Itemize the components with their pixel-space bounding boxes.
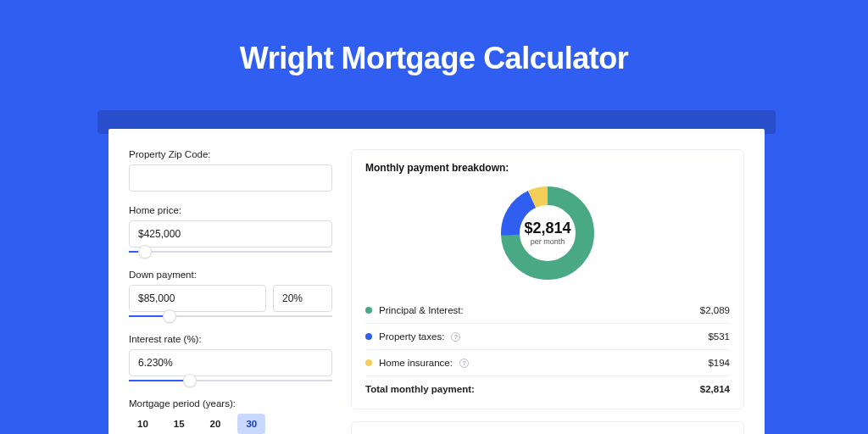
- home-price-label: Home price:: [129, 205, 332, 215]
- period-button-15[interactable]: 15: [165, 414, 193, 434]
- page-title: Wright Mortgage Calculator: [0, 41, 868, 76]
- period-group: Mortgage period (years): 10152030: [129, 398, 332, 434]
- info-icon[interactable]: ?: [451, 332, 460, 342]
- donut-chart: $2,814 per month: [365, 182, 730, 284]
- donut-center-amount: $2,814: [524, 220, 570, 236]
- down-payment-pct-input[interactable]: [273, 285, 332, 312]
- slider-track: [129, 251, 332, 253]
- form-panel: Property Zip Code: Home price: Down paym…: [129, 149, 332, 434]
- breakdown-title: Monthly payment breakdown:: [365, 162, 730, 174]
- interest-slider[interactable]: [129, 376, 332, 385]
- zip-label: Property Zip Code:: [129, 149, 332, 159]
- period-label: Mortgage period (years):: [129, 398, 332, 409]
- zip-input[interactable]: [129, 164, 332, 192]
- total-value: $2,814: [700, 384, 730, 394]
- down-payment-group: Down payment:: [129, 270, 332, 320]
- legend-label: Property taxes:: [379, 331, 444, 342]
- donut-center-sub: per month: [531, 237, 565, 246]
- slider-thumb[interactable]: [138, 245, 152, 259]
- total-label: Total monthly payment:: [365, 384, 475, 394]
- slider-thumb[interactable]: [183, 374, 197, 387]
- amortization-panel: Amortization for mortgage loan Amortizat…: [351, 421, 744, 434]
- legend-label: Principal & Interest:: [379, 305, 464, 315]
- interest-input[interactable]: [129, 349, 332, 376]
- legend-label: Home insurance:: [379, 358, 453, 368]
- down-payment-label: Down payment:: [129, 270, 332, 280]
- legend-dot: [365, 307, 372, 314]
- calculator-card: Property Zip Code: Home price: Down paym…: [108, 129, 765, 434]
- period-button-30[interactable]: 30: [237, 414, 265, 434]
- breakdown-panel: Monthly payment breakdown: $2,814 per mo…: [351, 149, 744, 409]
- interest-group: Interest rate (%):: [129, 334, 332, 385]
- down-payment-input[interactable]: [129, 285, 266, 312]
- legend-value: $2,089: [700, 305, 730, 315]
- period-button-row: 10152030: [129, 414, 332, 434]
- down-payment-slider[interactable]: [129, 312, 332, 320]
- interest-label: Interest rate (%):: [129, 334, 332, 344]
- legend-total-row: Total monthly payment: $2,814: [365, 376, 730, 402]
- legend-dot: [365, 333, 372, 340]
- home-price-group: Home price:: [129, 205, 332, 256]
- home-price-input[interactable]: [129, 220, 332, 248]
- period-button-10[interactable]: 10: [129, 414, 157, 434]
- slider-fill: [129, 380, 190, 381]
- legend-dot: [365, 359, 372, 366]
- slider-thumb[interactable]: [163, 309, 176, 323]
- info-icon[interactable]: ?: [459, 359, 469, 368]
- legend-row: Property taxes:?$531: [365, 324, 730, 350]
- results-panel: Monthly payment breakdown: $2,814 per mo…: [351, 149, 744, 434]
- donut-svg: $2,814 per month: [497, 182, 598, 284]
- legend-row: Home insurance:?$194: [365, 350, 730, 376]
- legend-list: Principal & Interest:$2,089Property taxe…: [365, 298, 730, 376]
- home-price-slider[interactable]: [129, 248, 332, 256]
- legend-value: $194: [708, 358, 730, 368]
- legend-value: $531: [708, 331, 730, 342]
- zip-group: Property Zip Code:: [129, 149, 332, 192]
- period-button-20[interactable]: 20: [202, 414, 230, 434]
- legend-row: Principal & Interest:$2,089: [365, 298, 730, 324]
